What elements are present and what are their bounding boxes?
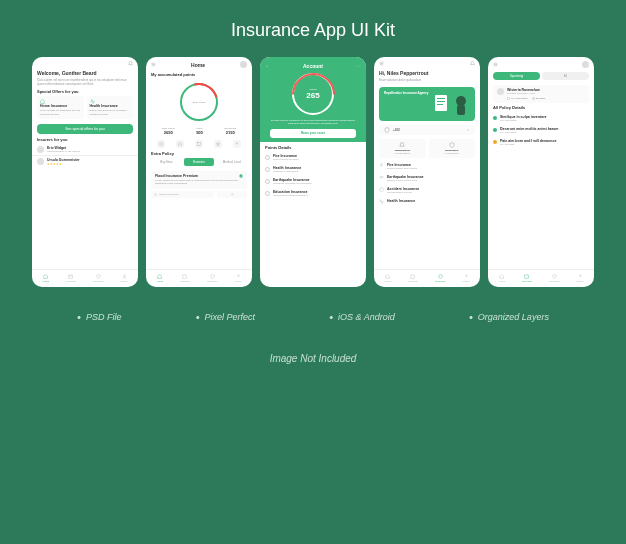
insurers-label: Insurers for you — [32, 137, 138, 144]
notifications-card[interactable]: Notifications 3 Notifications — [379, 139, 426, 158]
avatar — [497, 88, 504, 95]
svg-point-17 — [360, 66, 361, 67]
fire-icon — [379, 163, 384, 168]
nav-home[interactable]: Home — [384, 274, 391, 283]
shield-icon — [384, 127, 390, 133]
footer-note: Image Not Included — [270, 353, 357, 364]
svg-line-11 — [156, 195, 157, 196]
avatar[interactable] — [582, 61, 589, 68]
svg-rect-33 — [507, 98, 509, 100]
agent-card[interactable]: Wisteria Ravenclaw Gunther Insurance Age… — [493, 85, 589, 103]
raise-score-button[interactable]: Raise your score — [270, 129, 356, 138]
category-icon[interactable] — [157, 140, 165, 148]
more-icon[interactable] — [357, 64, 361, 68]
svg-point-16 — [359, 66, 360, 67]
score-circle: Whole 265 — [292, 73, 334, 115]
policy-date-item[interactable]: Pain aim born and I will denounce12 Apri… — [488, 136, 594, 148]
points-label: My accumulated points — [146, 72, 252, 79]
hero-card[interactable]: Repellendus Insurance Agency — [379, 87, 475, 121]
nav-calendar[interactable]: Calendar — [408, 274, 418, 283]
screens-container: Welcome, Gunther Beard Quis autem vel eu… — [32, 57, 594, 287]
nav-profile[interactable]: Profile — [576, 274, 583, 283]
insurance-item[interactable]: Accident InsuranceNecessitatibus eveniet — [374, 184, 480, 196]
nav-home[interactable]: Home — [156, 274, 163, 283]
nav-calendar[interactable]: Calendar — [180, 274, 190, 283]
tab-all[interactable]: All — [542, 72, 589, 80]
insurance-item[interactable]: Earthquake InsuranceDeserunt enim moliti… — [374, 172, 480, 184]
detail-item[interactable]: Fire InsuranceExcept sapien tempora — [260, 152, 366, 164]
insurances-card[interactable]: Insurances 8 Insurances — [429, 139, 476, 158]
health-icon — [265, 167, 270, 172]
shield-icon — [449, 142, 455, 148]
insurance-item[interactable]: Fire InsuranceExcept sapien quas aspern — [374, 160, 480, 172]
page-title: Insurance App UI Kit — [231, 20, 395, 41]
agency-row[interactable]: +400 — [379, 125, 475, 135]
calendar-icon — [507, 97, 510, 100]
category-icon[interactable] — [195, 140, 203, 148]
screen-home: Home My accumulated points 2650 Points T… — [146, 57, 252, 287]
tab-upcoming[interactable]: Upcoming — [493, 72, 540, 80]
feature-item: Pixel Perfect — [196, 311, 255, 323]
extra-policy-label: Extra Policy — [146, 151, 252, 158]
insurance-item[interactable]: Health Insurance — [374, 196, 480, 206]
nav-insurance[interactable]: Insurance — [207, 274, 218, 283]
feature-item: Organized Layers — [469, 311, 549, 323]
nav-profile[interactable]: Profile — [234, 274, 241, 283]
menu-icon[interactable] — [379, 61, 384, 66]
nav-calendar[interactable]: Calendar — [66, 274, 76, 283]
nav-insurance[interactable]: Insurance — [435, 274, 446, 283]
svg-rect-22 — [437, 98, 445, 99]
status-dot — [493, 128, 497, 132]
svg-rect-23 — [437, 101, 445, 102]
offer-card-health[interactable]: Health Insurance Eaque iosa quae ab illo… — [87, 96, 134, 119]
feature-item: iOS & Android — [329, 311, 395, 323]
policy-date-item[interactable]: Deserunt enim molitis animi harum23 Marc… — [488, 124, 594, 136]
nav-insurance[interactable]: Insurance — [93, 274, 104, 283]
tab-medical[interactable]: Medical Lead — [216, 158, 247, 166]
screen-welcome: Welcome, Gunther Beard Quis autem vel eu… — [32, 57, 138, 287]
nav-insurance[interactable]: Insurance — [549, 274, 560, 283]
search-input[interactable]: Search Insurance — [151, 191, 214, 198]
category-icon[interactable] — [214, 140, 222, 148]
detail-item[interactable]: Earthquake InsuranceOccaecati cupiditate… — [260, 176, 366, 188]
nav-home[interactable]: Home — [498, 274, 505, 283]
menu-icon[interactable] — [151, 62, 156, 67]
back-icon[interactable] — [265, 64, 269, 68]
svg-rect-7 — [198, 143, 201, 146]
search-input[interactable] — [217, 191, 247, 198]
special-offers-banner[interactable]: See special offers for you — [37, 124, 133, 134]
insurer-item[interactable]: Eric Widget Recommended by the chance — [32, 144, 138, 155]
policy-date-item[interactable]: Similique in culpa inventore16 March 202… — [488, 112, 594, 124]
tab-buy-now[interactable]: Buy Now — [151, 158, 182, 166]
category-icon[interactable] — [233, 140, 241, 148]
nav-calendar[interactable]: Calendar — [522, 274, 532, 283]
earthquake-icon — [379, 175, 384, 180]
chevron-right-icon — [466, 128, 470, 132]
bell-icon[interactable] — [470, 61, 475, 66]
svg-point-36 — [579, 275, 581, 277]
star-rating: ★★★★★ — [47, 162, 133, 166]
clock-icon — [532, 97, 535, 100]
avatar — [37, 158, 44, 165]
policy-card[interactable]: Flood Insurance Premium Or any others to… — [151, 171, 247, 189]
tab-examine[interactable]: Examine — [184, 158, 215, 166]
svg-rect-35 — [525, 275, 529, 279]
health-icon — [379, 199, 384, 204]
svg-point-25 — [456, 96, 466, 106]
hero-illustration — [433, 89, 473, 119]
insurer-item[interactable]: Ursula Gurnmeister ★★★★★ — [32, 155, 138, 168]
category-icon[interactable] — [176, 140, 184, 148]
status-dot — [493, 140, 497, 144]
avatar[interactable] — [240, 61, 247, 68]
bottom-nav: Home Calendar Insurance Profile — [488, 269, 594, 287]
nav-profile[interactable]: Profile — [120, 274, 127, 283]
svg-rect-21 — [435, 95, 447, 111]
detail-item[interactable]: Health InsuranceSimilique in aspernatur — [260, 164, 366, 176]
bell-icon[interactable] — [128, 61, 133, 66]
nav-profile[interactable]: Profile — [462, 274, 469, 283]
svg-rect-13 — [183, 275, 187, 279]
detail-item[interactable]: Education InsuranceRepellendus facitus t… — [260, 188, 366, 200]
menu-icon[interactable] — [493, 62, 498, 67]
offer-card-home[interactable]: Home Insurance Quia voluptas sit asperna… — [37, 96, 84, 119]
nav-home[interactable]: Home — [42, 274, 49, 283]
